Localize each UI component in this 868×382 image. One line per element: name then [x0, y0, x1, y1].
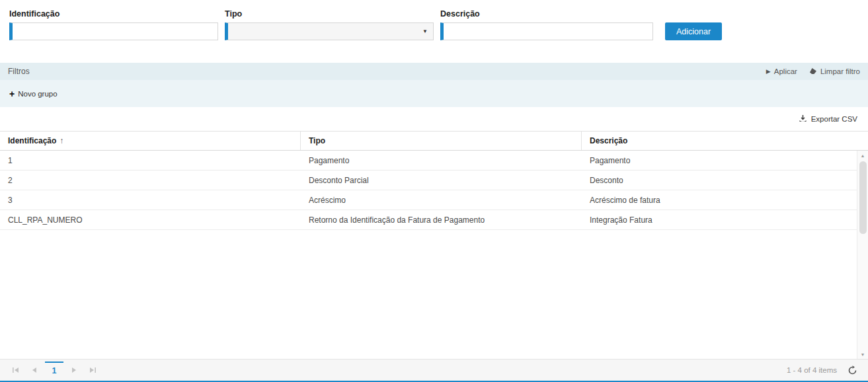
- field-identificacao: Identificação: [9, 9, 218, 40]
- pager-info: 1 - 4 of 4 items: [787, 366, 837, 374]
- field-tipo: Tipo ▼: [225, 9, 434, 40]
- apply-filter-button[interactable]: ▶ Aplicar: [766, 67, 797, 75]
- cell-tipo: Pagamento: [301, 151, 582, 170]
- field-descricao: Descrição: [440, 9, 653, 40]
- last-page-button[interactable]: [83, 362, 102, 379]
- cell-identificacao: CLL_RPA_NUMERO: [0, 210, 301, 229]
- add-button[interactable]: Adicionar: [665, 22, 722, 40]
- column-header-identificacao[interactable]: Identificação ↑: [0, 132, 301, 150]
- previous-page-button[interactable]: [25, 362, 44, 379]
- table-row[interactable]: CLL_RPA_NUMERO Retorno da Identificação …: [0, 210, 868, 230]
- tipo-select[interactable]: ▼: [225, 22, 434, 40]
- column-header-label: Identificação: [8, 136, 56, 145]
- table-row[interactable]: 2 Desconto Parcial Desconto: [0, 171, 868, 190]
- pager-right: 1 - 4 of 4 items: [787, 365, 861, 375]
- first-page-button[interactable]: [7, 362, 25, 379]
- play-icon: ▶: [766, 68, 771, 75]
- identificacao-label: Identificação: [9, 9, 218, 19]
- filters-body: + Novo grupo: [0, 80, 868, 107]
- cell-descricao: Pagamento: [582, 151, 868, 170]
- filter-actions: ▶ Aplicar Limpar filtro: [766, 67, 860, 76]
- cell-identificacao: 2: [0, 171, 301, 190]
- filters-title: Filtros: [8, 67, 766, 76]
- descricao-label: Descrição: [440, 9, 653, 19]
- chevron-down-icon: ▼: [422, 28, 428, 34]
- data-grid: Identificação ↑ Tipo Descrição 1 Pagamen…: [0, 131, 868, 359]
- new-group-button[interactable]: + Novo grupo: [9, 89, 58, 98]
- cell-descricao: Acréscimo de fatura: [582, 190, 868, 210]
- export-csv-button[interactable]: Exportar CSV: [799, 114, 857, 124]
- next-page-button[interactable]: [65, 362, 83, 379]
- table-row[interactable]: 1 Pagamento Pagamento: [0, 151, 868, 171]
- cell-descricao: Desconto: [582, 171, 868, 190]
- sort-ascending-icon: ↑: [59, 136, 63, 145]
- grid-body: 1 Pagamento Pagamento 2 Desconto Parcial…: [0, 151, 868, 230]
- tipo-label: Tipo: [225, 9, 434, 19]
- grid-pager: 1 1 - 4 of 4 items: [0, 359, 868, 381]
- scrollbar-thumb[interactable]: [859, 161, 867, 234]
- table-row[interactable]: 3 Acréscimo Acréscimo de fatura: [0, 190, 868, 210]
- export-csv-label: Exportar CSV: [811, 115, 857, 123]
- eraser-icon: [809, 67, 817, 76]
- export-row: Exportar CSV: [0, 107, 868, 131]
- refresh-icon[interactable]: [848, 365, 861, 375]
- filters-panel: Filtros ▶ Aplicar Limpar filtro + Novo g…: [0, 63, 868, 107]
- plus-icon: +: [9, 89, 15, 98]
- cell-descricao: Integração Fatura: [582, 210, 868, 229]
- column-header-tipo[interactable]: Tipo: [301, 132, 582, 150]
- add-record-form: Identificação Tipo ▼ Descrição Adicionar: [0, 0, 868, 40]
- cell-identificacao: 3: [0, 190, 301, 210]
- download-icon: [799, 114, 807, 124]
- scroll-up-icon[interactable]: ▲: [857, 151, 868, 160]
- clear-filter-label: Limpar filtro: [820, 67, 860, 75]
- column-header-label: Descrição: [590, 136, 627, 145]
- scroll-down-icon[interactable]: ▼: [857, 350, 868, 359]
- cell-identificacao: 1: [0, 151, 301, 170]
- apply-filter-label: Aplicar: [774, 67, 797, 75]
- column-header-label: Tipo: [309, 136, 325, 145]
- filters-header: Filtros ▶ Aplicar Limpar filtro: [0, 63, 868, 80]
- descricao-input[interactable]: [440, 22, 653, 40]
- vertical-scrollbar[interactable]: ▲ ▼: [857, 151, 868, 359]
- column-header-descricao[interactable]: Descrição: [582, 132, 868, 150]
- cell-tipo: Acréscimo: [301, 190, 582, 210]
- page-number-1[interactable]: 1: [45, 362, 63, 379]
- cell-tipo: Retorno da Identificação da Fatura de Pa…: [301, 210, 582, 229]
- grid-header: Identificação ↑ Tipo Descrição: [0, 132, 868, 151]
- clear-filter-button[interactable]: Limpar filtro: [809, 67, 860, 76]
- cell-tipo: Desconto Parcial: [301, 171, 582, 190]
- new-group-label: Novo grupo: [18, 90, 57, 98]
- identificacao-input[interactable]: [9, 22, 218, 40]
